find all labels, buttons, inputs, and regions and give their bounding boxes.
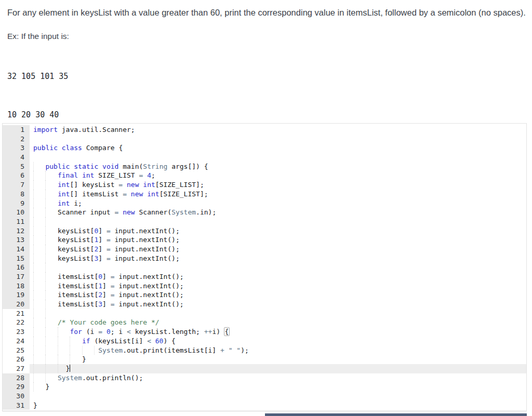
example-input-line: 32 105 101 35 — [7, 70, 525, 83]
code-line[interactable]: itemsList[2] = input.nextInt(); — [30, 290, 526, 300]
code-line[interactable]: System.out.println(); — [30, 373, 526, 383]
line-number: 18 — [3, 281, 30, 291]
indent-guide — [45, 235, 46, 245]
indent-guide — [45, 364, 46, 373]
code-line[interactable]: itemsList[1] = input.nextInt(); — [30, 281, 526, 291]
indent-guide — [45, 281, 46, 291]
code-row: 15keysList[3] = input.nextInt(); — [3, 254, 526, 263]
indent-guide — [33, 199, 34, 208]
line-number: 15 — [3, 254, 30, 263]
line-number: 19 — [3, 290, 30, 300]
code-line[interactable]: public static void main(String args[]) { — [30, 162, 526, 171]
indent-guide — [45, 327, 46, 337]
code-row: 19itemsList[2] = input.nextInt(); — [3, 290, 526, 300]
indent-guide — [45, 300, 46, 309]
line-number: 1 — [3, 125, 30, 135]
code-line[interactable]: int[] itemsList = new int[SIZE_LIST]; — [30, 190, 526, 199]
code-row: 24if (keysList[i] < 60) { — [3, 337, 526, 346]
indent-guide — [45, 171, 46, 180]
code-line[interactable]: } — [30, 364, 526, 373]
code-line[interactable]: System.out.print(itemsList[i] + " "); — [30, 346, 526, 355]
indent-guide — [45, 373, 46, 383]
code-line[interactable]: if (keysList[i] < 60) { — [30, 337, 526, 346]
code-row: 20itemsList[3] = input.nextInt(); — [3, 300, 526, 309]
code-line[interactable]: for (i = 0; i < keysList.length; ++i) { — [30, 327, 526, 337]
code-row: 29} — [3, 382, 526, 392]
indent-guide — [45, 272, 46, 281]
indent-guide — [45, 245, 46, 254]
indent-guide — [33, 208, 34, 217]
line-number: 31 — [3, 401, 30, 410]
code-line[interactable]: keysList[2] = input.nextInt(); — [30, 245, 526, 254]
indent-guide — [33, 373, 34, 383]
code-row: 30 — [3, 392, 526, 401]
next-widget-top-edge — [265, 413, 527, 416]
indent-guide — [45, 217, 46, 226]
indent-guide — [33, 281, 34, 291]
indent-guide — [58, 364, 58, 373]
indent-guide — [33, 364, 34, 373]
code-line[interactable]: } — [30, 401, 526, 410]
indent-guide — [45, 263, 46, 272]
example-intro: Ex: If the input is: — [7, 31, 525, 42]
indent-guide — [33, 217, 34, 226]
indent-guide — [58, 355, 58, 364]
indent-guide — [33, 190, 34, 199]
example-input-line: 10 20 30 40 — [7, 109, 525, 122]
code-row: 9int i; — [3, 199, 526, 208]
code-line[interactable] — [30, 153, 526, 162]
code-line[interactable]: int[] keysList = new int[SIZE_LIST]; — [30, 180, 526, 190]
code-editor[interactable]: 1import java.util.Scanner;23public class… — [2, 123, 527, 411]
code-line[interactable]: final int SIZE_LIST = 4; — [30, 171, 526, 180]
code-row: 1import java.util.Scanner; — [3, 125, 526, 135]
line-number: 17 — [3, 272, 30, 281]
indent-guide — [45, 226, 46, 236]
code-row: 12keysList[0] = input.nextInt(); — [3, 226, 526, 236]
code-line[interactable]: keysList[0] = input.nextInt(); — [30, 226, 526, 236]
indent-guide — [45, 309, 46, 318]
indent-guide — [70, 355, 70, 364]
code-row: 23for (i = 0; i < keysList.length; ++i) … — [3, 327, 526, 337]
indent-guide — [45, 318, 46, 327]
code-row: 25System.out.print(itemsList[i] + " "); — [3, 346, 526, 355]
code-line[interactable]: public class Compare { — [30, 143, 526, 153]
code-line[interactable]: import java.util.Scanner; — [30, 125, 526, 135]
code-line[interactable]: itemsList[3] = input.nextInt(); — [30, 300, 526, 309]
indent-guide — [33, 355, 34, 364]
problem-statement: For any element in keysList with a value… — [7, 5, 528, 20]
line-number: 24 — [3, 337, 30, 346]
code-row: 22/* Your code goes here */ — [3, 318, 526, 327]
indent-guide — [33, 309, 34, 318]
code-line[interactable]: keysList[1] = input.nextInt(); — [30, 235, 526, 245]
indent-guide — [45, 190, 46, 199]
line-number: 7 — [3, 180, 30, 190]
code-row: 13keysList[1] = input.nextInt(); — [3, 235, 526, 245]
code-line[interactable]: /* Your code goes here */ — [30, 318, 526, 327]
code-row: 21 — [3, 309, 526, 318]
line-number: 3 — [3, 143, 30, 153]
line-number: 20 — [3, 300, 30, 309]
indent-guide — [45, 337, 46, 346]
code-line[interactable]: } — [30, 355, 526, 364]
indent-guide — [94, 346, 95, 355]
code-line[interactable]: Scanner input = new Scanner(System.in); — [30, 208, 526, 217]
code-line[interactable]: keysList[3] = input.nextInt(); — [30, 254, 526, 263]
code-line[interactable] — [30, 263, 526, 272]
code-line[interactable]: int i; — [30, 199, 526, 208]
code-line[interactable]: itemsList[0] = input.nextInt(); — [30, 272, 526, 281]
code-line[interactable] — [30, 217, 526, 226]
indent-guide — [45, 199, 46, 208]
code-line[interactable] — [30, 392, 526, 401]
code-line[interactable]: } — [30, 382, 526, 392]
code-line[interactable] — [30, 135, 526, 144]
code-row: 6final int SIZE_LIST = 4; — [3, 171, 526, 180]
indent-guide — [33, 162, 34, 171]
indent-guide — [33, 171, 34, 180]
indent-guide — [33, 263, 34, 272]
indent-guide — [33, 346, 34, 355]
line-number: 14 — [3, 245, 30, 254]
line-number: 8 — [3, 190, 30, 199]
indent-guide — [33, 272, 34, 281]
code-line[interactable] — [30, 309, 526, 318]
line-number: 12 — [3, 226, 30, 236]
